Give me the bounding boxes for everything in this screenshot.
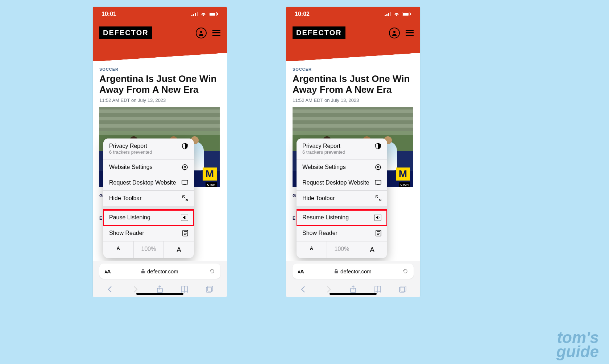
- menu-divider: [297, 206, 387, 210]
- back-button[interactable]: [299, 285, 307, 293]
- menu-divider: [103, 206, 194, 210]
- status-icons: [191, 12, 218, 16]
- menu-privacy-subtitle: 6 trackers prevented: [302, 149, 345, 155]
- site-header: DEFECTOR: [286, 21, 420, 61]
- article-datetime: 11:52 AM EDT on July 13, 2023: [99, 98, 220, 103]
- svg-rect-2: [195, 13, 196, 16]
- refresh-icon[interactable]: [209, 268, 215, 274]
- svg-point-34: [377, 166, 379, 168]
- back-button[interactable]: [106, 285, 114, 293]
- menu-website-settings[interactable]: Website Settings: [103, 160, 194, 175]
- status-time: 10:02: [295, 11, 310, 17]
- wifi-icon: [200, 12, 207, 16]
- menu-hide-toolbar[interactable]: Hide Toolbar: [297, 191, 387, 206]
- cropped-letter-g: G: [99, 193, 103, 198]
- zoom-controls: A 100% A: [297, 241, 387, 258]
- tabs-button[interactable]: [206, 285, 214, 293]
- site-logo[interactable]: DEFECTOR: [293, 26, 345, 39]
- svg-rect-27: [388, 13, 389, 16]
- phone-screenshot-left: 10:01 DEFECTOR SOCCER Argentina Is Just …: [93, 7, 227, 297]
- profile-icon[interactable]: [389, 28, 400, 38]
- article-headline: Argentina Is Just One Win Away From A Ne…: [293, 74, 414, 95]
- menu-icon[interactable]: [212, 30, 220, 36]
- shield-icon: [375, 143, 381, 149]
- forward-button[interactable]: [131, 285, 139, 293]
- menu-pause-listening[interactable]: Pause Listening: [103, 210, 194, 226]
- status-icons: [385, 12, 411, 16]
- article-headline: Argentina Is Just One Win Away From A Ne…: [99, 74, 220, 95]
- menu-privacy-subtitle: 6 trackers prevented: [109, 149, 152, 155]
- menu-show-reader[interactable]: Show Reader: [297, 226, 387, 241]
- svg-rect-0: [191, 15, 192, 16]
- text-size-button[interactable]: AA: [104, 268, 111, 274]
- safari-address-bar[interactable]: AA defector.com: [293, 264, 414, 279]
- menu-privacy-report[interactable]: Privacy Report 6 trackers prevented: [297, 138, 387, 160]
- gear-icon: [182, 164, 188, 170]
- zoom-out-button[interactable]: A: [297, 241, 327, 258]
- refresh-icon[interactable]: [402, 268, 409, 274]
- watermark: tom'sguide: [556, 330, 599, 359]
- safari-address-bar[interactable]: AA defector.com: [99, 264, 220, 279]
- forward-button[interactable]: [324, 285, 332, 293]
- address-domain: defector.com: [147, 268, 178, 274]
- article-category[interactable]: SOCCER: [293, 67, 414, 71]
- reader-icon: [182, 230, 188, 236]
- menu-website-settings[interactable]: Website Settings: [297, 160, 387, 175]
- menu-privacy-title: Privacy Report: [302, 143, 340, 149]
- battery-icon: [209, 12, 218, 16]
- safari-address-area: AA defector.com: [286, 261, 420, 282]
- svg-rect-14: [182, 180, 188, 184]
- status-bar: 10:01: [93, 7, 227, 21]
- cropped-letter-g: G: [293, 193, 296, 198]
- bookmarks-button[interactable]: [374, 285, 382, 293]
- desktop-icon: [375, 180, 381, 186]
- article-category[interactable]: SOCCER: [99, 67, 220, 71]
- site-header: DEFECTOR: [93, 21, 227, 61]
- site-logo[interactable]: DEFECTOR: [99, 26, 152, 39]
- menu-hide-toolbar[interactable]: Hide Toolbar: [103, 191, 194, 206]
- expand-arrows-icon: [182, 195, 188, 201]
- home-indicator: [136, 293, 183, 295]
- svg-rect-25: [385, 15, 386, 16]
- text-size-button[interactable]: AA: [298, 268, 304, 274]
- zoom-in-button[interactable]: A: [164, 241, 194, 258]
- safari-page-menu: Privacy Report 6 trackers prevented Webs…: [103, 138, 194, 258]
- battery-icon: [402, 12, 411, 16]
- svg-rect-6: [217, 13, 218, 15]
- lock-icon: [334, 269, 338, 274]
- menu-privacy-title: Privacy Report: [109, 143, 147, 149]
- zoom-controls: A 100% A: [103, 241, 194, 258]
- home-indicator: [330, 293, 377, 295]
- speaker-icon: [181, 215, 188, 220]
- zoom-out-button[interactable]: A: [103, 241, 134, 258]
- desktop-icon: [182, 180, 188, 186]
- svg-rect-5: [210, 13, 215, 16]
- bookmarks-button[interactable]: [181, 285, 188, 293]
- svg-point-32: [393, 31, 395, 33]
- svg-rect-24: [208, 286, 213, 291]
- svg-rect-40: [377, 185, 380, 185]
- zoom-percent: 100%: [134, 241, 164, 258]
- cropped-letter-e: E: [293, 216, 295, 221]
- speaker-icon: [374, 215, 381, 220]
- zoom-in-button[interactable]: A: [357, 241, 387, 258]
- article-datetime: 11:52 AM EDT on July 13, 2023: [293, 98, 414, 103]
- menu-icon[interactable]: [406, 30, 414, 36]
- menu-request-desktop[interactable]: Request Desktop Website: [297, 175, 387, 191]
- menu-request-desktop[interactable]: Request Desktop Website: [103, 175, 194, 191]
- safari-page-menu: Privacy Report 6 trackers prevented Webs…: [297, 138, 387, 258]
- svg-rect-31: [410, 13, 411, 15]
- tabs-button[interactable]: [399, 285, 407, 293]
- profile-icon[interactable]: [196, 28, 207, 38]
- reader-icon: [376, 230, 381, 236]
- svg-rect-15: [183, 185, 186, 185]
- menu-privacy-report[interactable]: Privacy Report 6 trackers prevented: [103, 138, 194, 160]
- svg-rect-46: [335, 271, 338, 273]
- svg-point-8: [182, 165, 187, 170]
- expand-arrows-icon: [376, 195, 381, 201]
- menu-resume-listening[interactable]: Resume Listening: [297, 210, 387, 226]
- menu-show-reader[interactable]: Show Reader: [103, 226, 194, 241]
- share-button[interactable]: [156, 285, 164, 293]
- svg-rect-1: [193, 14, 194, 16]
- share-button[interactable]: [349, 285, 357, 293]
